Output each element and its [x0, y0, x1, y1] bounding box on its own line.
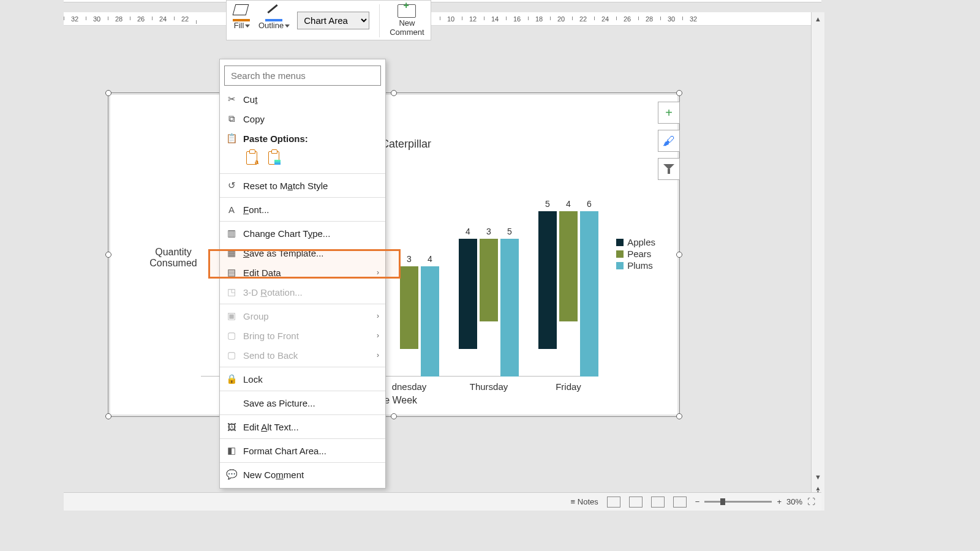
scroll-up-arrow-icon[interactable]: ▲: [812, 12, 824, 26]
resize-handle[interactable]: [676, 413, 682, 419]
chart-styles-button[interactable]: 🖌: [658, 130, 680, 152]
reading-view-button[interactable]: [651, 497, 665, 508]
submenu-arrow-icon: ›: [377, 268, 379, 277]
menu-lock[interactable]: 🔒Lock: [220, 369, 385, 389]
zoom-slider[interactable]: [704, 501, 772, 503]
y-axis-label[interactable]: Quantity Consumed: [146, 247, 201, 269]
new-comment-label-2: Comment: [390, 28, 424, 37]
outline-pen-icon: [265, 4, 284, 20]
menu-label: Copy: [243, 114, 265, 124]
scroll-down-arrow-icon[interactable]: ▼: [812, 470, 824, 484]
bar-pears[interactable]: 3: [400, 266, 418, 349]
separator: [220, 304, 385, 304]
menu-save-as-template[interactable]: ▦Save as Template...: [220, 243, 385, 263]
menu-font[interactable]: AFont...: [220, 200, 385, 219]
plus-icon: +: [665, 106, 673, 120]
fill-dropdown[interactable]: Fill: [233, 4, 251, 31]
resize-handle[interactable]: [105, 252, 111, 258]
separator: [220, 197, 385, 198]
normal-view-button[interactable]: [607, 497, 620, 508]
submenu-arrow-icon: ›: [377, 331, 379, 340]
font-icon: A: [226, 204, 237, 215]
legend-item-apples[interactable]: Apples: [616, 237, 655, 247]
resize-handle[interactable]: [391, 90, 397, 96]
bar-pears[interactable]: 3: [480, 239, 498, 321]
divider: [379, 4, 380, 37]
notes-toggle[interactable]: Notes: [571, 497, 598, 506]
chart-icon: ▥: [226, 228, 237, 239]
menu-search-input[interactable]: [224, 66, 381, 86]
fill-bucket-icon: [233, 4, 251, 20]
bar-apples[interactable]: 4: [459, 239, 477, 349]
menu-label: Format Chart Area...: [243, 446, 326, 456]
menu-3d-rotation: ◳3-D Rotation...: [220, 282, 385, 302]
menu-save-as-picture[interactable]: Save as Picture...: [220, 393, 385, 413]
menu-group: ▣Group›: [220, 306, 385, 326]
slideshow-button[interactable]: [673, 497, 687, 508]
fit-to-window-button[interactable]: ⛶: [807, 497, 815, 506]
chart-element-select[interactable]: Chart Area: [297, 12, 369, 29]
x-axis-label[interactable]: dnesday f the Week: [110, 395, 677, 406]
swatch-icon: [616, 239, 624, 246]
zoom-thumb[interactable]: [720, 498, 725, 505]
legend-label: Apples: [627, 237, 655, 247]
chart-title[interactable]: ngry Caterpillar: [110, 138, 677, 151]
chart-object[interactable]: ngry Caterpillar Quantity Consumed 1 M 3…: [110, 95, 677, 414]
menu-edit-alt-text[interactable]: 🖼Edit Alt Text...: [220, 417, 385, 437]
zoom-value[interactable]: 30%: [786, 497, 802, 506]
chart-elements-button[interactable]: +: [658, 102, 680, 124]
menu-format-chart-area[interactable]: ◧Format Chart Area...: [220, 441, 385, 460]
resize-handle[interactable]: [105, 90, 111, 96]
resize-handle[interactable]: [676, 90, 682, 96]
clipboard-a-icon: [246, 151, 257, 165]
paste-keep-formatting[interactable]: [243, 149, 260, 167]
menu-copy[interactable]: ⧉Copy: [220, 109, 385, 129]
bar-plums[interactable]: 4: [421, 266, 439, 377]
menu-cut[interactable]: ✂Cut: [220, 89, 385, 109]
category-label: Thursday: [452, 381, 526, 392]
send-back-icon: ▢: [226, 350, 237, 361]
bar-plums[interactable]: 5: [500, 239, 519, 377]
menu-change-chart-type[interactable]: ▥Change Chart Type...: [220, 223, 385, 243]
clipboard-icon: 📋: [226, 133, 237, 144]
cube-icon: ◳: [226, 287, 237, 298]
chart-side-buttons: + 🖌: [658, 102, 680, 180]
menu-new-comment[interactable]: 💬New Comment: [220, 465, 385, 484]
swatch-icon: [616, 262, 624, 269]
legend-item-pears[interactable]: Pears: [616, 249, 655, 259]
outline-dropdown[interactable]: Outline: [258, 4, 290, 31]
chart-legend[interactable]: Apples Pears Plums: [616, 236, 655, 272]
bar-pears[interactable]: 4: [559, 211, 578, 321]
group-icon: ▣: [226, 310, 237, 321]
chart-filters-button[interactable]: [658, 158, 680, 180]
menu-edit-data[interactable]: ▤Edit Data›: [220, 263, 385, 282]
chart-format-minibar: Fill Outline Chart Area NewComment: [226, 0, 431, 40]
resize-handle[interactable]: [391, 413, 397, 419]
legend-item-plums[interactable]: Plums: [616, 260, 655, 271]
table-icon: ▤: [226, 267, 237, 278]
resize-handle[interactable]: [676, 252, 682, 258]
comment-icon: 💬: [226, 469, 237, 480]
copy-icon: ⧉: [226, 113, 237, 124]
ribbon-strip: [64, 0, 821, 2]
category-label: Friday: [532, 381, 605, 392]
chart-element-selector[interactable]: Chart Area: [297, 12, 369, 29]
slide-sorter-button[interactable]: [629, 497, 643, 508]
bar-plums[interactable]: 6: [580, 211, 598, 377]
zoom-out-button[interactable]: −: [695, 497, 700, 506]
scissors-icon: ✂: [226, 94, 237, 105]
menu-label: Save as Picture...: [243, 398, 315, 408]
submenu-arrow-icon: ›: [377, 351, 379, 359]
zoom-in-button[interactable]: +: [777, 497, 782, 506]
paste-as-picture[interactable]: [265, 149, 282, 167]
menu-send-to-back: ▢Send to Back›: [220, 345, 385, 365]
separator: [220, 438, 385, 439]
vertical-scrollbar[interactable]: ▲ ▼ ▲▲ ▼▼: [811, 12, 824, 511]
separator: [220, 221, 385, 222]
bar-apples[interactable]: 5: [538, 211, 557, 349]
new-comment-button[interactable]: NewComment: [390, 4, 424, 37]
status-bar: Notes − + 30% ⛶: [64, 492, 821, 511]
resize-handle[interactable]: [105, 413, 111, 419]
menu-reset-style[interactable]: ↺Reset to Match Style: [220, 176, 385, 195]
blank-icon: [226, 397, 237, 408]
